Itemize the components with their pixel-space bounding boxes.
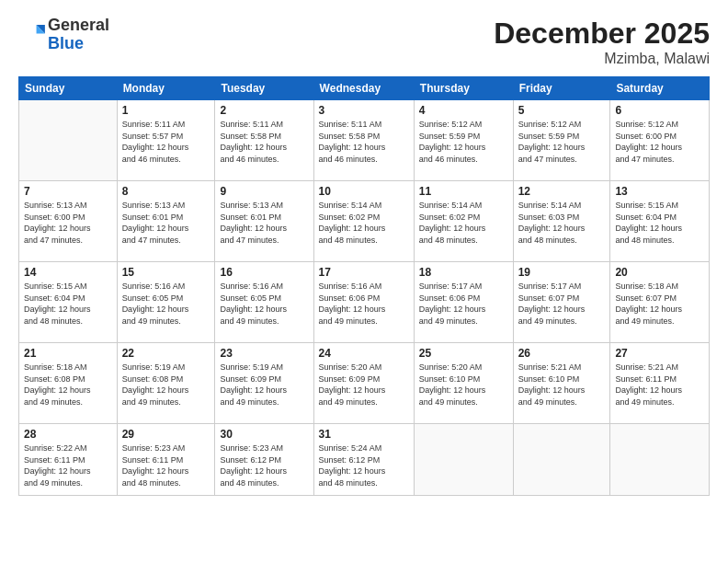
day-info: Sunrise: 5:15 AMSunset: 6:04 PMDaylight:… (615, 200, 704, 246)
day-number: 7 (24, 185, 112, 198)
table-row: 18Sunrise: 5:17 AMSunset: 6:06 PMDayligh… (414, 262, 513, 343)
day-info: Sunrise: 5:12 AMSunset: 5:59 PMDaylight:… (518, 119, 606, 165)
table-row (513, 424, 610, 496)
table-row: 14Sunrise: 5:15 AMSunset: 6:04 PMDayligh… (19, 262, 118, 343)
table-row: 6Sunrise: 5:12 AMSunset: 6:00 PMDaylight… (610, 100, 710, 181)
day-number: 29 (122, 428, 210, 441)
day-info: Sunrise: 5:20 AMSunset: 6:09 PMDaylight:… (319, 362, 409, 408)
calendar-table: Sunday Monday Tuesday Wednesday Thursday… (18, 76, 710, 496)
day-info: Sunrise: 5:19 AMSunset: 6:09 PMDaylight:… (220, 362, 308, 408)
day-number: 20 (615, 266, 704, 279)
col-thursday: Thursday (414, 77, 513, 100)
table-row: 31Sunrise: 5:24 AMSunset: 6:12 PMDayligh… (313, 424, 414, 496)
calendar-subtitle: Mzimba, Malawi (494, 51, 710, 67)
day-number: 14 (24, 266, 112, 279)
day-info: Sunrise: 5:24 AMSunset: 6:12 PMDaylight:… (319, 442, 409, 488)
table-row: 12Sunrise: 5:14 AMSunset: 6:03 PMDayligh… (513, 181, 610, 262)
day-info: Sunrise: 5:12 AMSunset: 5:59 PMDaylight:… (419, 119, 508, 165)
day-number: 13 (615, 185, 704, 198)
day-info: Sunrise: 5:23 AMSunset: 6:11 PMDaylight:… (122, 442, 210, 488)
calendar-title: December 2025 (494, 17, 710, 51)
day-info: Sunrise: 5:14 AMSunset: 6:02 PMDaylight:… (319, 200, 409, 246)
logo-blue: Blue (48, 35, 109, 53)
col-sunday: Sunday (19, 77, 118, 100)
day-number: 19 (518, 266, 606, 279)
day-info: Sunrise: 5:18 AMSunset: 6:08 PMDaylight:… (24, 362, 112, 408)
day-number: 3 (319, 104, 409, 117)
day-number: 27 (615, 347, 704, 360)
table-row (19, 100, 118, 181)
day-info: Sunrise: 5:13 AMSunset: 6:01 PMDaylight:… (220, 200, 308, 246)
title-block: December 2025 Mzimba, Malawi (494, 17, 710, 67)
table-row: 25Sunrise: 5:20 AMSunset: 6:10 PMDayligh… (414, 343, 513, 424)
day-info: Sunrise: 5:19 AMSunset: 6:08 PMDaylight:… (122, 362, 210, 408)
table-row: 27Sunrise: 5:21 AMSunset: 6:11 PMDayligh… (610, 343, 710, 424)
calendar-week-row: 1Sunrise: 5:11 AMSunset: 5:57 PMDaylight… (19, 100, 710, 181)
day-info: Sunrise: 5:11 AMSunset: 5:58 PMDaylight:… (319, 119, 409, 165)
day-info: Sunrise: 5:11 AMSunset: 5:58 PMDaylight:… (220, 119, 308, 165)
table-row: 24Sunrise: 5:20 AMSunset: 6:09 PMDayligh… (313, 343, 414, 424)
table-row: 30Sunrise: 5:23 AMSunset: 6:12 PMDayligh… (215, 424, 313, 496)
calendar-week-row: 28Sunrise: 5:22 AMSunset: 6:11 PMDayligh… (19, 424, 710, 496)
table-row: 1Sunrise: 5:11 AMSunset: 5:57 PMDaylight… (117, 100, 215, 181)
table-row: 15Sunrise: 5:16 AMSunset: 6:05 PMDayligh… (117, 262, 215, 343)
day-info: Sunrise: 5:23 AMSunset: 6:12 PMDaylight:… (220, 442, 308, 488)
table-row: 16Sunrise: 5:16 AMSunset: 6:05 PMDayligh… (215, 262, 313, 343)
calendar-week-row: 21Sunrise: 5:18 AMSunset: 6:08 PMDayligh… (19, 343, 710, 424)
day-info: Sunrise: 5:17 AMSunset: 6:06 PMDaylight:… (419, 281, 508, 327)
day-number: 17 (319, 266, 409, 279)
table-row: 19Sunrise: 5:17 AMSunset: 6:07 PMDayligh… (513, 262, 610, 343)
day-number: 31 (319, 428, 409, 441)
page: General Blue December 2025 Mzimba, Malaw… (0, 0, 728, 563)
col-tuesday: Tuesday (215, 77, 313, 100)
day-number: 8 (122, 185, 210, 198)
table-row: 2Sunrise: 5:11 AMSunset: 5:58 PMDaylight… (215, 100, 313, 181)
day-info: Sunrise: 5:17 AMSunset: 6:07 PMDaylight:… (518, 281, 606, 327)
logo-general: General (48, 17, 109, 35)
day-number: 5 (518, 104, 606, 117)
day-info: Sunrise: 5:11 AMSunset: 5:57 PMDaylight:… (122, 119, 210, 165)
table-row: 21Sunrise: 5:18 AMSunset: 6:08 PMDayligh… (19, 343, 118, 424)
day-number: 12 (518, 185, 606, 198)
day-info: Sunrise: 5:18 AMSunset: 6:07 PMDaylight:… (615, 281, 704, 327)
table-row: 9Sunrise: 5:13 AMSunset: 6:01 PMDaylight… (215, 181, 313, 262)
day-info: Sunrise: 5:16 AMSunset: 6:05 PMDaylight:… (122, 281, 210, 327)
col-monday: Monday (117, 77, 215, 100)
table-row: 8Sunrise: 5:13 AMSunset: 6:01 PMDaylight… (117, 181, 215, 262)
day-number: 23 (220, 347, 308, 360)
col-friday: Friday (513, 77, 610, 100)
day-number: 22 (122, 347, 210, 360)
table-row: 5Sunrise: 5:12 AMSunset: 5:59 PMDaylight… (513, 100, 610, 181)
table-row: 4Sunrise: 5:12 AMSunset: 5:59 PMDaylight… (414, 100, 513, 181)
logo: General Blue (18, 17, 109, 53)
calendar-header-row: Sunday Monday Tuesday Wednesday Thursday… (19, 77, 710, 100)
header: General Blue December 2025 Mzimba, Malaw… (18, 17, 710, 67)
day-info: Sunrise: 5:15 AMSunset: 6:04 PMDaylight:… (24, 281, 112, 327)
table-row (414, 424, 513, 496)
day-info: Sunrise: 5:14 AMSunset: 6:02 PMDaylight:… (419, 200, 508, 246)
table-row: 17Sunrise: 5:16 AMSunset: 6:06 PMDayligh… (313, 262, 414, 343)
day-info: Sunrise: 5:16 AMSunset: 6:05 PMDaylight:… (220, 281, 308, 327)
day-info: Sunrise: 5:13 AMSunset: 6:01 PMDaylight:… (122, 200, 210, 246)
col-wednesday: Wednesday (313, 77, 414, 100)
table-row: 10Sunrise: 5:14 AMSunset: 6:02 PMDayligh… (313, 181, 414, 262)
day-info: Sunrise: 5:16 AMSunset: 6:06 PMDaylight:… (319, 281, 409, 327)
day-number: 9 (220, 185, 308, 198)
day-info: Sunrise: 5:20 AMSunset: 6:10 PMDaylight:… (419, 362, 508, 408)
day-number: 28 (24, 428, 112, 441)
day-number: 4 (419, 104, 508, 117)
table-row: 3Sunrise: 5:11 AMSunset: 5:58 PMDaylight… (313, 100, 414, 181)
table-row: 13Sunrise: 5:15 AMSunset: 6:04 PMDayligh… (610, 181, 710, 262)
day-info: Sunrise: 5:21 AMSunset: 6:10 PMDaylight:… (518, 362, 606, 408)
table-row (610, 424, 710, 496)
day-info: Sunrise: 5:21 AMSunset: 6:11 PMDaylight:… (615, 362, 704, 408)
day-number: 10 (319, 185, 409, 198)
day-info: Sunrise: 5:22 AMSunset: 6:11 PMDaylight:… (24, 442, 112, 488)
table-row: 7Sunrise: 5:13 AMSunset: 6:00 PMDaylight… (19, 181, 118, 262)
logo-icon (22, 22, 48, 48)
day-number: 6 (615, 104, 704, 117)
day-number: 18 (419, 266, 508, 279)
table-row: 11Sunrise: 5:14 AMSunset: 6:02 PMDayligh… (414, 181, 513, 262)
table-row: 22Sunrise: 5:19 AMSunset: 6:08 PMDayligh… (117, 343, 215, 424)
table-row: 28Sunrise: 5:22 AMSunset: 6:11 PMDayligh… (19, 424, 118, 496)
